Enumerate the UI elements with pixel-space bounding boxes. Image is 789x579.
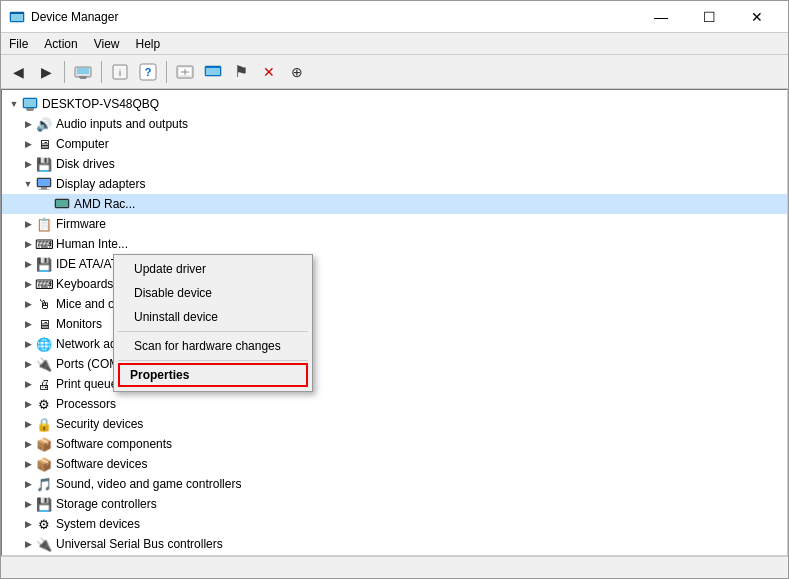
usb-expand-icon: ▶ [20,536,36,552]
back-button[interactable]: ◀ [5,59,31,85]
tree-item-system[interactable]: ▶ ⚙ System devices [2,514,787,534]
svg-rect-2 [10,12,24,14]
hid-label: Human Inte... [56,237,128,251]
root-computer-icon [22,96,38,112]
menu-help[interactable]: Help [128,35,169,53]
monitors-label: Monitors [56,317,102,331]
device-up-button[interactable] [70,59,96,85]
toolbar-sep-3 [166,61,167,83]
svg-rect-20 [27,110,33,111]
tree-item-usb[interactable]: ▶ 🔌 Universal Serial Bus controllers [2,534,787,554]
svg-rect-18 [24,99,36,107]
menu-view[interactable]: View [86,35,128,53]
mice-icon: 🖱 [36,296,52,312]
properties-toolbar-button[interactable]: i [107,59,133,85]
tree-item-disk[interactable]: ▶ 💾 Disk drives [2,154,787,174]
svg-rect-23 [41,187,47,189]
scan-toolbar-button[interactable]: ⊕ [284,59,310,85]
menu-action[interactable]: Action [36,35,85,53]
svg-rect-5 [79,76,87,78]
show-devices-button[interactable] [200,59,226,85]
computer-icon: 🖥 [36,136,52,152]
svg-rect-4 [77,68,89,74]
ctx-disable-device[interactable]: Disable device [114,281,312,305]
window-icon [9,9,25,25]
security-expand-icon: ▶ [20,416,36,432]
svg-rect-6 [80,78,86,79]
menu-bar: File Action View Help [1,33,788,55]
ctx-sep-2 [118,360,308,361]
tree-item-hid[interactable]: ▶ ⌨ Human Inte... [2,234,787,254]
tree-item-amd[interactable]: AMD Rac... [2,194,787,214]
toolbar: ◀ ▶ i ? [1,55,788,89]
keyboards-icon: ⌨ [36,276,52,292]
sound-icon: 🎵 [36,476,52,492]
window-controls: — ☐ ✕ [638,1,780,33]
device-manager-window: Device Manager — ☐ ✕ File Action View He… [0,0,789,579]
disk-expand-icon: ▶ [20,156,36,172]
ctx-update-driver[interactable]: Update driver [114,257,312,281]
tree-item-security[interactable]: ▶ 🔒 Security devices [2,414,787,434]
menu-file[interactable]: File [1,35,36,53]
uninstall-toolbar-button[interactable]: ✕ [256,59,282,85]
computer-expand-icon: ▶ [20,136,36,152]
sound-expand-icon: ▶ [20,476,36,492]
ctx-scan-hardware[interactable]: Scan for hardware changes [114,334,312,358]
sw-components-expand-icon: ▶ [20,436,36,452]
ctx-uninstall-device[interactable]: Uninstall device [114,305,312,329]
system-expand-icon: ▶ [20,516,36,532]
toolbar-sep-1 [64,61,65,83]
processors-label: Processors [56,397,116,411]
tree-item-sw-components[interactable]: ▶ 📦 Software components [2,434,787,454]
context-menu: Update driver Disable device Uninstall d… [113,254,313,392]
root-expand-icon: ▼ [6,96,22,112]
window-title: Device Manager [31,10,638,24]
computer-label: Computer [56,137,109,151]
processors-icon: ⚙ [36,396,52,412]
keyboards-label: Keyboards [56,277,113,291]
ports-icon: 🔌 [36,356,52,372]
ctx-properties[interactable]: Properties [118,363,308,387]
svg-rect-24 [39,189,49,190]
close-button[interactable]: ✕ [734,1,780,33]
maximize-button[interactable]: ☐ [686,1,732,33]
amd-expand-icon [38,196,54,212]
disk-icon: 💾 [36,156,52,172]
ctx-sep-1 [118,331,308,332]
svg-rect-19 [26,108,34,110]
tree-item-audio[interactable]: ▶ 🔊 Audio inputs and outputs [2,114,787,134]
ports-expand-icon: ▶ [20,356,36,372]
ide-expand-icon: ▶ [20,256,36,272]
show-hidden-button[interactable] [172,59,198,85]
tree-item-display[interactable]: ▼ Display adapters [2,174,787,194]
monitors-expand-icon: ▶ [20,316,36,332]
svg-rect-16 [206,68,220,75]
display-icon [36,176,52,192]
update-driver-toolbar-button[interactable]: ⚑ [228,59,254,85]
tree-item-sw-devices[interactable]: ▶ 📦 Software devices [2,454,787,474]
tree-item-computer[interactable]: ▶ 🖥 Computer [2,134,787,154]
root-label: DESKTOP-VS48QBQ [42,97,159,111]
tree-item-storage[interactable]: ▶ 💾 Storage controllers [2,494,787,514]
sw-devices-icon: 📦 [36,456,52,472]
system-label: System devices [56,517,140,531]
sw-devices-label: Software devices [56,457,147,471]
title-bar: Device Manager — ☐ ✕ [1,1,788,33]
storage-label: Storage controllers [56,497,157,511]
minimize-button[interactable]: — [638,1,684,33]
audio-label: Audio inputs and outputs [56,117,188,131]
tree-item-processors[interactable]: ▶ ⚙ Processors [2,394,787,414]
display-expand-icon: ▼ [20,176,36,192]
display-label: Display adapters [56,177,145,191]
ide-icon: 💾 [36,256,52,272]
firmware-expand-icon: ▶ [20,216,36,232]
tree-item-sound[interactable]: ▶ 🎵 Sound, video and game controllers [2,474,787,494]
audio-icon: 🔊 [36,116,52,132]
tree-item-firmware[interactable]: ▶ 📋 Firmware [2,214,787,234]
amd-label: AMD Rac... [74,197,135,211]
forward-button[interactable]: ▶ [33,59,59,85]
help-toolbar-button[interactable]: ? [135,59,161,85]
monitors-icon: 🖥 [36,316,52,332]
disk-label: Disk drives [56,157,115,171]
tree-root[interactable]: ▼ DESKTOP-VS48QBQ [2,94,787,114]
